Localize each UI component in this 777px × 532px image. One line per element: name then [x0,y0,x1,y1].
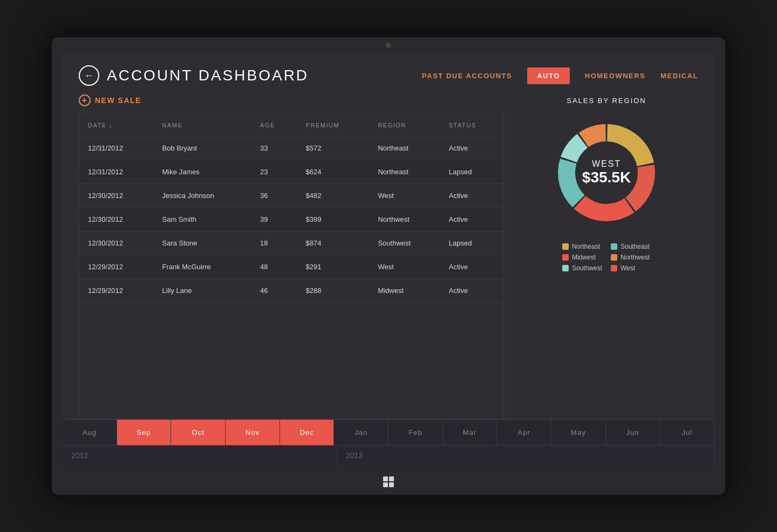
month-oct[interactable]: Oct [171,420,226,445]
year-2013: 2013 [337,446,714,465]
cell-date: 12/30/2012 [79,184,154,208]
month-nov[interactable]: Nov [226,420,280,445]
col-age: AGE [251,114,297,137]
chart-legend: NortheastSoutheastMidwestNorthwestSouthw… [562,243,651,272]
nav-medical[interactable]: MEDICAL [660,72,698,80]
cell-date: 12/29/2012 [79,279,154,303]
cell-age: 36 [251,184,297,208]
month-sep[interactable]: Sep [117,420,172,445]
cell-status: Active [440,137,503,160]
cell-date: 12/31/2012 [79,160,154,184]
legend-northwest: Northwest [611,254,651,261]
legend-label: Midwest [572,254,596,261]
back-button[interactable]: ← [79,65,99,86]
cell-status: Active [440,208,503,231]
header-left: ← ACCOUNT DASHBOARD [79,65,309,86]
cell-premium: $291 [297,255,370,279]
table-row[interactable]: 12/30/2012Sam Smith39$389NorthwestActive [79,208,503,231]
timeline-months: AugSepOctNovDecJanFebMarAprMayJunJul [63,419,714,445]
nav-homeowners[interactable]: HOMEOWNERS [585,72,646,80]
cell-status: Lapsed [440,160,503,184]
cell-name: Lilly Lane [154,279,251,303]
cell-premium: $572 [297,137,370,160]
cell-region: Northwest [369,208,440,231]
cell-premium: $482 [297,184,370,208]
table-row[interactable]: 12/30/2012Jessica Johnson36$482WestActiv… [79,184,503,208]
col-status: STATUS [440,114,503,137]
donut-chart: WEST $35.5K [547,113,666,232]
month-dec[interactable]: Dec [280,420,335,445]
table-row[interactable]: 12/29/2012Lilly Lane46$288MidwestActive [79,279,503,303]
table-row[interactable]: 12/29/2012Frank McGuirre48$291WestActive [79,255,503,279]
cell-name: Jessica Johnson [154,184,251,208]
donut-segment-west[interactable] [574,196,635,221]
cell-region: Southwest [369,231,440,255]
windows-button[interactable] [383,476,394,487]
cell-status: Lapsed [440,231,503,255]
year-2012: 2012 [63,446,337,465]
cell-premium: $288 [297,279,370,303]
legend-midwest: Midwest [562,254,602,261]
col-name: NAME [154,114,251,137]
month-jan[interactable]: Jan [334,420,388,445]
page-title: ACCOUNT DASHBOARD [107,67,309,84]
col-date[interactable]: DATE [79,114,154,137]
month-jun[interactable]: Jun [606,420,660,445]
timeline-section: AugSepOctNovDecJanFebMarAprMayJunJul 201… [63,419,714,465]
cell-region: West [369,255,440,279]
nav-past-due[interactable]: PAST DUE ACCOUNTS [422,72,512,80]
table-row[interactable]: 12/31/2012Mike James23$624NortheastLapse… [79,160,503,184]
cell-date: 12/29/2012 [79,255,154,279]
plus-icon: + [79,94,91,106]
right-panel: SALES BY REGION WEST $35.5K NortheastSou… [515,94,698,419]
legend-southwest: Southwest [562,264,602,272]
donut-region: WEST [582,159,631,169]
month-mar[interactable]: Mar [443,420,497,445]
col-premium: PREMIUM [297,114,370,137]
new-sale-button[interactable]: + NEW SALE [79,94,504,106]
donut-center: WEST $35.5K [582,159,631,186]
cell-name: Frank McGuirre [154,255,251,279]
cell-premium: $389 [297,208,370,231]
cell-name: Bob Bryant [154,137,251,160]
legend-label: Southwest [572,264,602,272]
header: ← ACCOUNT DASHBOARD PAST DUE ACCOUNTS AU… [63,53,714,94]
main-content: + NEW SALE DATE NAME AGE PREMIUM REGION [63,94,714,419]
cell-age: 46 [251,279,297,303]
legend-northeast: Northeast [562,243,602,250]
screen: ← ACCOUNT DASHBOARD PAST DUE ACCOUNTS AU… [63,53,714,465]
cell-age: 23 [251,160,297,184]
donut-value: $35.5K [582,169,631,186]
month-feb[interactable]: Feb [388,420,443,445]
cell-age: 48 [251,255,297,279]
month-apr[interactable]: Apr [497,420,551,445]
header-nav: PAST DUE ACCOUNTS AUTO HOMEOWNERS MEDICA… [422,67,698,84]
new-sale-label: NEW SALE [95,96,141,105]
col-region: REGION [369,114,440,137]
table-row[interactable]: 12/31/2012Bob Bryant33$572NortheastActiv… [79,137,503,160]
legend-label: Southeast [621,243,650,250]
legend-label: Northeast [572,243,600,250]
cell-name: Mike James [154,160,251,184]
cell-age: 39 [251,208,297,231]
cell-region: Northeast [369,160,440,184]
cell-status: Active [440,279,503,303]
nav-auto[interactable]: AUTO [527,67,570,84]
cell-region: West [369,184,440,208]
legend-west: West [611,264,651,272]
month-jul[interactable]: Jul [660,420,714,445]
cell-region: Midwest [369,279,440,303]
legend-label: West [621,264,635,272]
cell-premium: $874 [297,231,370,255]
cell-region: Northeast [369,137,440,160]
cell-age: 33 [251,137,297,160]
table-row[interactable]: 12/30/2012Sara Stone18$874SouthwestLapse… [79,231,503,255]
cell-date: 12/31/2012 [79,137,154,160]
legend-label: Northwest [621,254,650,261]
cell-status: Active [440,255,503,279]
year-bar: 2012 2013 [63,445,714,465]
chart-title: SALES BY REGION [567,97,646,105]
month-aug[interactable]: Aug [63,420,117,445]
device-frame: ← ACCOUNT DASHBOARD PAST DUE ACCOUNTS AU… [49,34,728,498]
month-may[interactable]: May [551,420,606,445]
